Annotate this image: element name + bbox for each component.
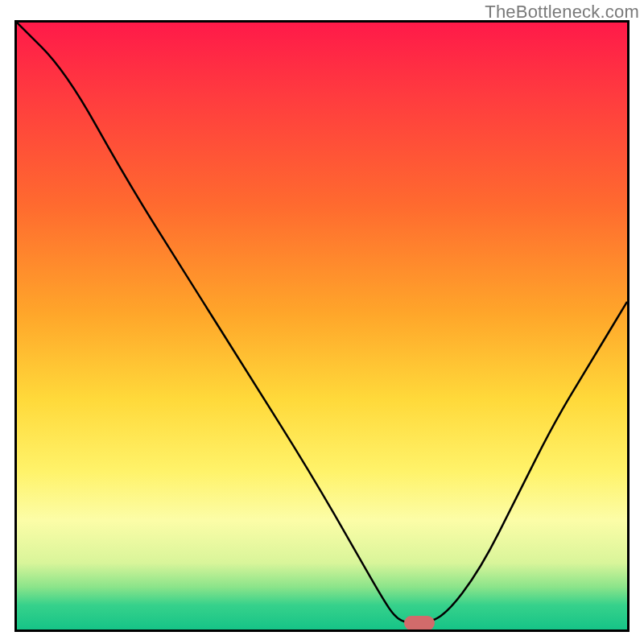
watermark-text: TheBottleneck.com — [485, 2, 639, 23]
bottleneck-curve — [17, 23, 627, 630]
chart-container: TheBottleneck.com — [0, 0, 644, 644]
optimal-marker — [404, 616, 435, 630]
plot-area — [14, 20, 630, 632]
